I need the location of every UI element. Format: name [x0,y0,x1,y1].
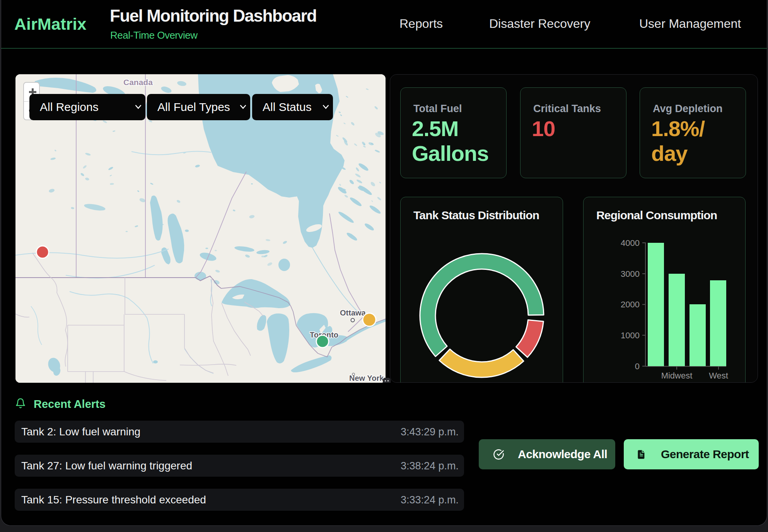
svg-text:3000: 3000 [621,269,640,279]
svg-text:0: 0 [635,361,640,371]
svg-text:4000: 4000 [621,238,640,248]
svg-text:West: West [709,371,728,380]
svg-text:Ottawa: Ottawa [340,309,366,317]
svg-text:2000: 2000 [621,300,640,309]
svg-text:Midwest: Midwest [661,371,693,380]
svg-text:Canada: Canada [123,78,153,87]
svg-text:1000: 1000 [621,331,640,340]
